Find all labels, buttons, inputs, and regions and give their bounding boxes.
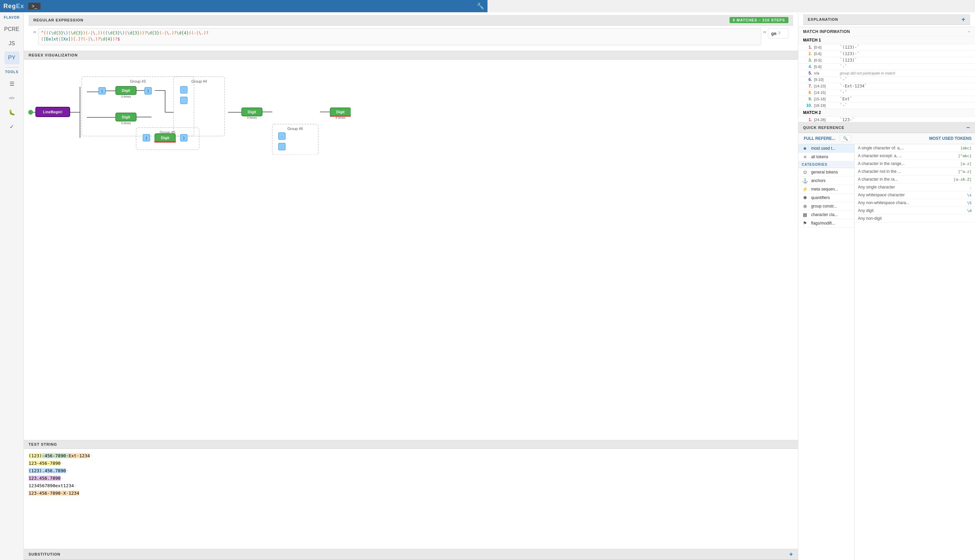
digit-top-label: Digit [122,88,130,93]
app-logo: RegEx [3,3,24,10]
py-label: PY [8,55,15,61]
g5-paren-label: ( [146,136,147,140]
g4-label2: . [184,99,185,102]
main-content: REGULAR EXPRESSION 6 MATCHES – 210 STEPS… [24,12,488,280]
logo-highlight: Ex [16,3,24,10]
group3-label: Group #3 [130,79,146,83]
viz-canvas: LineBegin! Group #3 ( D [24,60,488,280]
js-label: JS [8,40,15,47]
group6-label: Group #6 [287,127,303,131]
regex-section: REGULAR EXPRESSION 6 MATCHES – 210 STEPS… [24,12,488,51]
bug-icon: 🐛 [8,109,15,116]
topbar: RegEx >_ 🔧 [0,0,488,12]
tools-label: TOOLS [5,70,18,74]
digit-3t-label: Digit [248,110,256,114]
sidebar-tool-list[interactable]: ☰ [5,77,19,90]
sidebar-item-pcre[interactable]: PCRE [5,23,19,36]
group3-box [82,77,194,136]
check-icon: ✓ [10,123,14,130]
regex-input[interactable]: ^(((\d{3}\)|\d{3})(-|\.))((\d{3}\)|\d{3}… [38,28,488,45]
digit-3t-repeat: 3 times [247,116,257,119]
left-sidebar: FLAVOR PCRE JS PY TOOLS ☰ </> 🐛 ✓ [0,12,24,280]
digit-mid-repeat: 3 times [121,122,131,125]
g6-label1: - [281,134,282,138]
sidebar-divider [5,67,19,67]
g4-label1: - [183,88,184,92]
viz-section-header: REGEX VISUALIZATION [24,51,488,60]
start-circle [28,110,33,115]
list-icon: ☰ [10,81,14,87]
regex-quote-left: " [33,28,36,40]
paren-open-top-label: ( [102,89,103,93]
digit-top-repeat: 3 times [121,95,131,98]
g5-red-border [154,141,176,143]
viz-svg: LineBegin! Group #3 ( D [24,60,351,155]
visualization-section: REGEX VISUALIZATION LineBegin! [24,51,488,280]
regex-section-header: REGULAR EXPRESSION 6 MATCHES – 210 STEPS [28,15,488,25]
sidebar-tool-bug[interactable]: 🐛 [5,106,19,119]
group4-box [174,77,225,136]
linebegin-label: LineBegin! [43,110,63,114]
group4-label: Group #4 [191,79,207,83]
pcre-label: PCRE [4,26,19,32]
regex-section-label: REGULAR EXPRESSION [33,18,83,22]
g5-paren2-label: ) [183,136,185,140]
sidebar-item-py[interactable]: PY [5,52,19,64]
flavor-label: FLAVOR [4,16,19,19]
digit-4t-label: Digit [336,110,345,114]
code-icon: </> [9,96,15,100]
viz-section-label: REGEX VISUALIZATION [28,53,78,57]
sidebar-tool-check[interactable]: ✓ [5,120,19,133]
digit-mid-label: Digit [122,115,130,119]
sidebar-tool-code[interactable]: </> [5,92,19,105]
terminal-button[interactable]: >_ [28,3,40,10]
sidebar-item-js[interactable]: JS [5,37,19,50]
g6-label2: . [282,145,282,149]
digit-g5-label: Digit [161,136,170,140]
wrench-icon[interactable]: 🔧 [477,2,484,10]
digit-4t-red [330,116,351,117]
paren-close-top-label: ) [147,89,149,93]
